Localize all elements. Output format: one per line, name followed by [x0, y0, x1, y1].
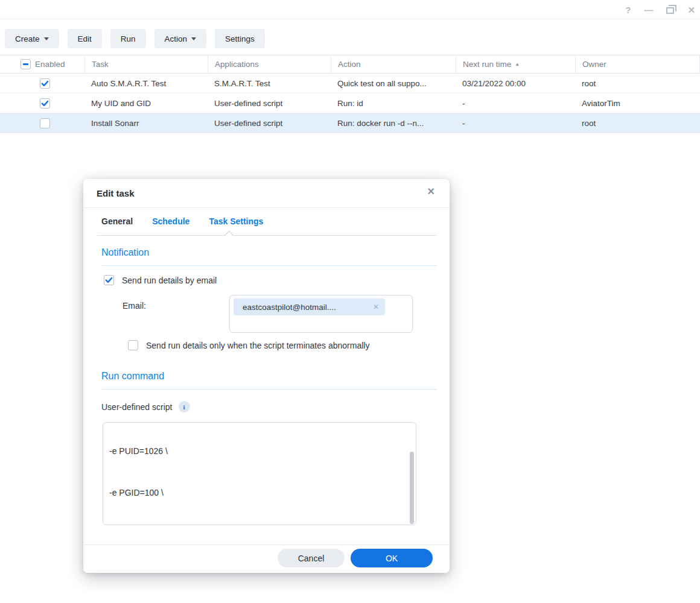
settings-button-label: Settings	[225, 34, 255, 43]
next-run-time-cell: -	[456, 119, 575, 128]
run-button[interactable]: Run	[110, 29, 146, 48]
section-divider	[101, 389, 436, 390]
close-window-icon[interactable]: ✕	[687, 5, 695, 14]
chevron-down-icon	[44, 37, 49, 40]
create-button[interactable]: Create	[5, 29, 59, 48]
next-run-time-cell: 03/21/2022 00:00	[456, 79, 575, 88]
table-row-selected[interactable]: Install Sonarr User-defined script Run: …	[0, 113, 700, 133]
run-command-heading: Run command	[101, 371, 164, 382]
script-label: User-defined script	[101, 402, 173, 412]
minimize-icon[interactable]: —	[644, 5, 653, 14]
column-header-enabled[interactable]: Enabled	[0, 55, 84, 73]
action-cell: Quick test on all suppo...	[331, 79, 456, 88]
abnormal-only-checkbox-label: Send run details only when the script te…	[146, 341, 369, 350]
email-field-label: Email:	[122, 301, 146, 311]
cancel-button[interactable]: Cancel	[278, 549, 345, 567]
column-header-next-run-time[interactable]: Next run time ▲	[456, 55, 575, 73]
table-row[interactable]: My UID and GID User-defined script Run: …	[0, 93, 700, 113]
info-icon[interactable]: i	[179, 401, 190, 412]
task-cell: Auto S.M.A.R.T. Test	[84, 79, 208, 88]
next-run-time-cell: -	[456, 99, 575, 108]
column-header-owner[interactable]: Owner	[575, 55, 700, 73]
help-icon[interactable]: ?	[625, 5, 631, 14]
edit-task-dialog: Edit task ✕ General Schedule Task Settin…	[83, 179, 450, 573]
script-textarea[interactable]: -e PUID=1026 \ -e PGID=100 \ -e TZ=Ameri…	[103, 422, 416, 525]
column-header-action[interactable]: Action	[331, 55, 456, 73]
send-email-checkbox-row: Send run details by email	[104, 275, 217, 285]
owner-cell: AviatorTim	[575, 99, 700, 108]
remove-email-icon[interactable]: ✕	[373, 303, 379, 311]
column-header-applications[interactable]: Applications	[208, 55, 331, 73]
script-content: -e PUID=1026 \ -e PGID=100 \ -e TZ=Ameri…	[103, 422, 416, 525]
column-header-task[interactable]: Task	[84, 55, 208, 73]
row-enabled-checkbox[interactable]	[40, 98, 50, 109]
applications-cell: User-defined script	[208, 119, 331, 128]
column-header-enabled-label: Enabled	[35, 60, 65, 69]
email-input[interactable]: eastcoastpilot@hotmail.... ✕	[229, 295, 413, 333]
window-titlebar: ? — ✕	[0, 0, 700, 19]
row-enabled-checkbox[interactable]	[40, 118, 50, 128]
table-row[interactable]: Auto S.M.A.R.T. Test S.M.A.R.T. Test Qui…	[0, 74, 700, 93]
create-button-label: Create	[15, 34, 40, 43]
select-all-checkbox[interactable]	[21, 59, 31, 69]
email-chip-text: eastcoastpilot@hotmail....	[243, 303, 369, 312]
send-email-checkbox[interactable]	[104, 275, 114, 285]
script-label-row: User-defined script i	[101, 401, 190, 412]
restore-window-icon[interactable]	[666, 7, 674, 14]
row-enabled-checkbox[interactable]	[40, 78, 50, 89]
dialog-title: Edit task	[83, 188, 135, 198]
action-cell: Run: docker run -d --n...	[331, 119, 456, 128]
action-button-label: Action	[165, 34, 188, 43]
check-icon	[41, 80, 49, 87]
email-chip: eastcoastpilot@hotmail.... ✕	[234, 298, 385, 315]
close-icon[interactable]: ✕	[427, 187, 435, 197]
applications-cell: User-defined script	[208, 99, 331, 108]
footer-divider	[83, 545, 450, 545]
action-cell: Run: id	[331, 99, 456, 108]
tab-general[interactable]: General	[101, 216, 133, 226]
active-tab-notch	[224, 231, 234, 241]
scrollbar-thumb[interactable]	[410, 452, 414, 524]
indeterminate-dash-icon	[23, 63, 28, 65]
table-header-row: Enabled Task Applications Action Next ru…	[0, 55, 700, 74]
owner-cell: root	[575, 119, 700, 128]
dialog-tabs: General Schedule Task Settings	[83, 208, 450, 236]
send-email-checkbox-label: Send run details by email	[122, 276, 217, 285]
notification-heading: Notification	[101, 247, 149, 258]
tab-task-settings[interactable]: Task Settings	[209, 216, 263, 226]
edit-button-label: Edit	[78, 34, 92, 43]
edit-button[interactable]: Edit	[68, 29, 102, 48]
task-table: Enabled Task Applications Action Next ru…	[0, 55, 700, 133]
task-cell: Install Sonarr	[84, 119, 208, 128]
abnormal-only-checkbox[interactable]	[128, 340, 138, 350]
tab-schedule[interactable]: Schedule	[152, 216, 189, 226]
run-button-label: Run	[121, 34, 136, 43]
check-icon	[41, 99, 49, 107]
section-divider	[101, 265, 436, 266]
sort-ascending-icon: ▲	[515, 62, 520, 67]
action-button[interactable]: Action	[154, 29, 207, 48]
tab-underline	[97, 235, 436, 236]
owner-cell: root	[575, 79, 700, 88]
ok-button[interactable]: OK	[351, 549, 433, 567]
chevron-down-icon	[191, 37, 196, 40]
toolbar: Create Edit Run Action Settings	[5, 29, 265, 48]
check-icon	[105, 276, 113, 284]
dialog-header: Edit task ✕	[83, 179, 450, 208]
applications-cell: S.M.A.R.T. Test	[208, 79, 331, 88]
settings-button[interactable]: Settings	[215, 29, 265, 48]
task-cell: My UID and GID	[84, 99, 208, 108]
abnormal-only-checkbox-row: Send run details only when the script te…	[128, 340, 369, 350]
